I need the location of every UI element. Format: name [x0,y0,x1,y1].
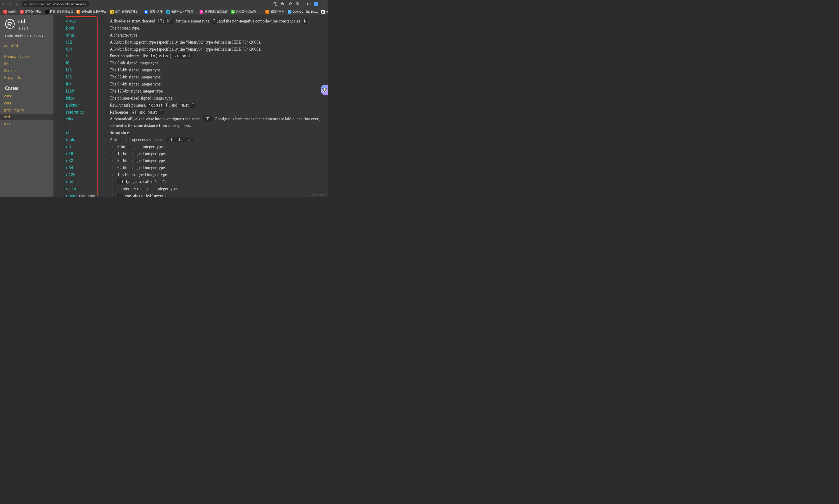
sidebar-nav-item[interactable]: Modules [4,60,52,67]
translate-icon[interactable] [273,1,278,6]
inline-code: N [303,18,308,24]
primitive-link[interactable]: u64 [66,165,73,170]
primitive-link[interactable]: unit [66,179,73,184]
table-row: i8The 8-bit signed integer type. [66,60,324,67]
sidebar-crate-item[interactable]: alloc [4,93,52,100]
bookmark-star-icon[interactable] [288,1,293,6]
primitive-description: The 128-bit signed integer type. [110,88,324,95]
primitive-link[interactable]: isize [66,96,74,101]
bookmark-item[interactable]: ∞视频号助手 [264,9,285,14]
primitive-description: The boolean type. [110,25,324,32]
primitive-link[interactable]: u16 [66,151,73,156]
sidebar-crate-item[interactable]: core [4,100,52,107]
bookmark-label: 头条号 [8,10,17,14]
docs-sidebar: std 1.77.1 (7cf61ebde 2024-03-27) All It… [0,15,53,197]
bookmark-item[interactable]: 🐧登录·腾讯内容开放… [109,9,142,14]
bookmark-label: OpenGL - The Ind… [293,10,318,13]
chrome-menu-icon[interactable] [321,1,326,6]
crate-title[interactable]: std [18,18,25,24]
toolbar-separator [303,2,304,6]
crate-version: 1.77.1 [18,27,52,32]
bookmark-item[interactable]: ◐An OpenGL library… [320,10,328,14]
primitive-link[interactable]: reference [66,110,84,114]
svg-point-12 [10,19,10,19]
sidebar-crate-item[interactable]: std [0,114,53,120]
sidebar-nav-item[interactable]: Keywords [4,74,52,81]
primitive-link[interactable]: f64 [66,47,72,52]
primitive-description: A dynamically-sized view into a contiguo… [110,116,324,129]
svg-rect-3 [25,4,26,5]
bookmark-favicon: 艺 [231,10,235,14]
primitive-link[interactable]: i128 [66,89,74,93]
primitive-description: The 32-bit signed integer type. [110,74,324,81]
inline-code: [T] [203,116,213,122]
table-row: u128The 128-bit unsigned integer type. [66,172,324,178]
primitive-link[interactable]: never [66,193,77,197]
experimental-badge: Experimental [78,194,100,197]
zoom-icon[interactable] [280,1,285,6]
sidebar-all-items[interactable]: All Items [4,42,52,49]
table-row: isizeThe pointer-sized signed integer ty… [66,95,324,102]
sidepanel-icon[interactable] [306,1,311,6]
primitive-link[interactable]: i16 [66,68,72,72]
primitive-link[interactable]: tuple [66,137,75,142]
table-row: f32A 32-bit floating point type (specifi… [66,39,324,46]
primitive-link[interactable]: array [66,19,76,23]
address-bar[interactable]: doc.rust-lang.org/std/index.html#primiti… [21,1,89,7]
table-row: u32The 32-bit unsigned integer type. [66,157,324,164]
nav-reload-icon[interactable] [15,2,19,6]
primitive-description: The ! type, also called “never”. [110,192,324,197]
bookmark-item[interactable]: ✦腾讯微视·视频上传 [199,9,229,14]
primitive-link[interactable]: slice [66,116,74,121]
primitive-link[interactable]: char [66,33,74,37]
profile-avatar[interactable] [314,2,319,6]
primitive-link[interactable]: u8 [66,144,71,149]
bookmark-item[interactable]: 📺创作中心 - 哔哩哔… [165,9,197,14]
bookmark-label: 登录·腾讯内容开放… [115,10,141,14]
bookmark-item[interactable]: 艺爱奇艺号·爱创作，… [230,9,263,14]
site-info-icon[interactable] [23,2,27,6]
primitive-link[interactable]: str [66,130,71,135]
bookmark-item[interactable]: ♪抖音·记录美好生活 [44,9,74,14]
primitive-link[interactable]: i32 [66,75,72,79]
svg-rect-2 [25,3,26,3]
table-row: fnFunction pointers, like fn(usize) -> b… [66,53,324,60]
bookmark-item[interactable]: GLOpenGL - The Ind… [287,10,319,14]
svg-point-9 [323,4,324,4]
primitive-link[interactable]: usize [66,186,76,191]
sidebar-nav-item[interactable]: Macros [4,67,52,74]
bookmark-label: 视频号助手 [270,10,285,14]
primitive-link[interactable]: f32 [66,40,72,44]
bookmark-item[interactable]: 知首页 - 知乎 [143,9,164,14]
table-row: f64A 64-bit floating point type (specifi… [66,46,324,53]
primitive-link[interactable]: u128 [66,173,75,177]
primitive-description: A 64-bit floating point type (specifical… [110,46,324,53]
url-text: doc.rust-lang.org/std/index.html#primiti… [29,2,86,6]
table-row: charA character type. [66,32,324,39]
docs-viewport[interactable]: arrayA fixed-size array, denoted [T; N],… [53,15,328,197]
nav-back-icon[interactable] [2,2,6,6]
primitive-link[interactable]: u32 [66,158,73,163]
primitive-description: A fixed-size array, denoted [T; N], for … [110,18,324,25]
bookmark-item[interactable]: ▶西瓜创作平台 [19,9,43,14]
primitive-link[interactable]: i64 [66,82,72,86]
primitive-description: The 64-bit signed integer type. [110,81,324,88]
floating-assistant-tab[interactable]: 🐼 [321,85,328,95]
rust-logo-icon[interactable] [4,18,16,30]
primitive-link[interactable]: i8 [66,61,69,65]
bookmark-item[interactable]: 快快手创作者服务平台 [75,9,108,14]
bookmark-item[interactable]: ●头条号 [2,9,18,14]
extensions-icon[interactable] [295,1,301,6]
sidebar-crate-item[interactable]: test [4,120,52,127]
bookmark-label: 抖音·记录美好生活 [50,10,73,14]
primitive-link[interactable]: fn [66,54,70,58]
primitive-description: The () type, also called “unit”. [110,178,324,185]
sidebar-crate-item[interactable]: proc_macro [4,107,52,114]
primitive-link[interactable]: pointer [66,103,79,108]
nav-forward-icon[interactable] [8,2,13,6]
primitive-link[interactable]: bool [66,26,74,31]
sidebar-nav-item[interactable]: Primitive Types [4,53,52,60]
svg-point-16 [6,20,7,21]
table-row: i64The 64-bit signed integer type. [66,81,324,88]
primitive-description: String slices. [110,129,324,136]
